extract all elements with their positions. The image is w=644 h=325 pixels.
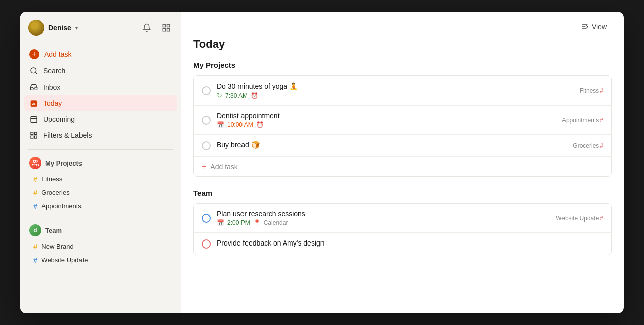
nav-items: + Add task Search	[20, 44, 181, 145]
tag-hash-icon: #	[600, 142, 603, 149]
sidebar-item-inbox[interactable]: Inbox	[24, 79, 177, 95]
my-projects-section-title: My Projects	[193, 61, 612, 69]
tag-hash-icon: #	[600, 117, 603, 124]
task-tag-research: Website Update #	[556, 215, 603, 222]
svg-point-16	[33, 160, 36, 163]
team-tasks-section: Team Plan user research sessions 📅 2:00 …	[193, 189, 612, 255]
user-name: Denise	[48, 24, 71, 32]
svg-rect-1	[167, 24, 170, 27]
clock-icon: ⏰	[251, 92, 258, 99]
task-checkbox-dentist[interactable]	[202, 116, 211, 125]
svg-rect-0	[163, 24, 165, 27]
task-meta-research: 📅 2:00 PM 📍 Calendar	[217, 219, 550, 226]
add-task-button[interactable]: + Add task	[24, 46, 177, 63]
tag-hash-icon: #	[600, 87, 603, 94]
task-info-dentist: Dentist appointment 📅 10:00 AM ⏰	[217, 112, 556, 128]
divider-1	[28, 149, 173, 150]
svg-point-4	[31, 68, 36, 73]
task-checkbox-yoga[interactable]	[202, 86, 211, 95]
task-time-research: 2:00 PM	[227, 219, 250, 226]
hash-icon: #	[33, 256, 37, 264]
my-projects-icon	[29, 157, 41, 169]
layout-button[interactable]	[159, 21, 173, 34]
sidebar-header: Denise ▾	[20, 20, 181, 44]
clock-icon: ⏰	[256, 121, 264, 128]
svg-rect-14	[31, 136, 33, 138]
divider-2	[28, 217, 173, 217]
sidebar-item-filters[interactable]: Filters & Labels	[24, 127, 177, 143]
user-info[interactable]: Denise ▾	[28, 20, 78, 36]
notifications-button[interactable]	[140, 21, 153, 34]
calendar-icon: 📅	[217, 219, 224, 226]
app-window: Denise ▾	[20, 12, 624, 313]
sidebar-item-fitness[interactable]: # Fitness	[24, 172, 177, 186]
sidebar: Denise ▾	[20, 12, 181, 313]
hash-icon: #	[33, 242, 37, 251]
sidebar-icons	[140, 21, 173, 34]
svg-rect-2	[163, 29, 165, 31]
task-info-bread: Buy bread 🍞	[217, 141, 567, 150]
team-header[interactable]: d Team	[24, 221, 177, 239]
sidebar-item-appointments[interactable]: # Appointments	[24, 199, 177, 213]
task-info-research: Plan user research sessions 📅 2:00 PM 📍 …	[217, 210, 550, 226]
sidebar-item-website-update[interactable]: # Website Update	[24, 253, 177, 267]
plus-icon: +	[202, 162, 206, 171]
calendar-icon: 📅	[217, 121, 224, 128]
task-checkbox-research[interactable]	[202, 214, 211, 223]
task-name-yoga: Do 30 minutes of yoga 🧘	[217, 82, 574, 90]
upcoming-icon	[29, 115, 38, 124]
task-tag-bread: Groceries #	[573, 142, 603, 149]
page-title: Today	[193, 38, 612, 51]
hash-icon: #	[33, 188, 37, 197]
table-row: Do 30 minutes of yoga 🧘 ↻ 7:30 AM ⏰ Fitn…	[194, 76, 611, 106]
table-row: Dentist appointment 📅 10:00 AM ⏰ Appoint…	[194, 106, 611, 135]
my-projects-tasks-list: Do 30 minutes of yoga 🧘 ↻ 7:30 AM ⏰ Fitn…	[193, 75, 612, 177]
task-time-yoga: 7:30 AM	[225, 92, 248, 99]
task-info-feedback: Provide feedback on Amy's design	[217, 239, 603, 249]
task-name-research: Plan user research sessions	[217, 210, 550, 218]
task-checkbox-bread[interactable]	[202, 141, 211, 150]
location-label: Calendar	[264, 219, 288, 226]
task-meta-dentist: 📅 10:00 AM ⏰	[217, 121, 556, 128]
svg-rect-3	[167, 29, 170, 31]
recur-icon: ↻	[217, 92, 222, 99]
team-section-title: Team	[193, 189, 612, 197]
task-tag-yoga: Fitness #	[580, 87, 603, 94]
task-time-dentist: 10:00 AM	[227, 121, 253, 128]
sidebar-item-groceries[interactable]: # Groceries	[24, 186, 177, 199]
svg-rect-15	[34, 136, 37, 138]
table-row: Provide feedback on Amy's design	[194, 233, 611, 255]
team-section: d Team # New Brand # Website Update	[20, 221, 181, 267]
filters-icon	[29, 131, 38, 140]
location-icon: 📍	[253, 219, 261, 226]
task-tag-dentist: Appointments #	[562, 117, 603, 124]
task-info-yoga: Do 30 minutes of yoga 🧘 ↻ 7:30 AM ⏰	[217, 82, 574, 99]
task-name-bread: Buy bread 🍞	[217, 141, 567, 149]
add-task-row[interactable]: + Add task	[194, 157, 611, 176]
sidebar-item-search[interactable]: Search	[24, 63, 177, 79]
today-icon: 21	[29, 99, 38, 108]
sidebar-item-today[interactable]: 21 Today	[24, 95, 177, 111]
main-header: View	[181, 12, 624, 38]
search-icon	[29, 66, 38, 75]
chevron-down-icon: ▾	[75, 25, 78, 31]
task-name-dentist: Dentist appointment	[217, 112, 556, 120]
tag-hash-icon: #	[600, 215, 603, 222]
svg-line-5	[35, 72, 37, 74]
my-projects-header[interactable]: My Projects	[24, 154, 177, 172]
sidebar-item-upcoming[interactable]: Upcoming	[24, 111, 177, 127]
sidebar-item-new-brand[interactable]: # New Brand	[24, 239, 177, 253]
view-button[interactable]: View	[576, 20, 612, 34]
task-name-feedback: Provide feedback on Amy's design	[217, 239, 603, 247]
task-checkbox-feedback[interactable]	[202, 239, 211, 249]
svg-rect-13	[34, 132, 37, 135]
svg-rect-8	[31, 117, 37, 123]
hash-icon: #	[33, 175, 37, 183]
my-projects-section: My Projects # Fitness # Groceries # Appo…	[20, 154, 181, 213]
table-row: Buy bread 🍞 Groceries #	[194, 135, 611, 157]
table-row: Plan user research sessions 📅 2:00 PM 📍 …	[194, 204, 611, 233]
svg-text:21: 21	[32, 102, 36, 105]
main-content-area: View Today My Projects Do 30 minutes of …	[181, 12, 624, 313]
team-icon: d	[29, 224, 41, 236]
inbox-icon	[29, 83, 38, 92]
